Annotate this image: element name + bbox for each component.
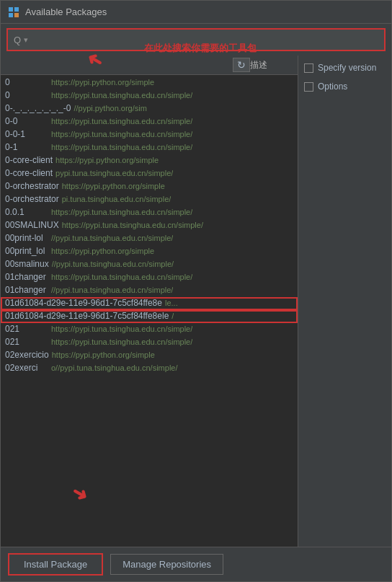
package-url: https://pypi.tuna.tsinghua.edu.cn/simple… [51, 117, 192, 125]
table-row[interactable]: 00print-lol//pypi.tuna.tsinghua.edu.cn/s… [1, 232, 298, 245]
package-name: 00smalinux [5, 259, 49, 269]
options-item[interactable]: Options [298, 77, 391, 96]
sidebar: Specify version Options [298, 56, 391, 547]
package-name: 0 [5, 77, 48, 87]
package-url: //pypi.python.org/sim [74, 104, 147, 113]
package-name: 0-._._._._._._._-0 [5, 103, 71, 113]
package-name: 0.0.1 [5, 207, 48, 217]
package-url: https://pypi.tuna.tsinghua.edu.cn/simple… [51, 143, 192, 151]
package-url: o//pypi.tuna.tsinghua.edu.cn/simple/ [51, 363, 178, 372]
table-row[interactable]: 0-orchestratorhttps://pypi.python.org/si… [1, 180, 298, 193]
package-name: 021 [5, 324, 48, 334]
package-url: / [172, 312, 174, 320]
table-row[interactable]: 021https://pypi.tuna.tsinghua.edu.cn/sim… [1, 323, 298, 336]
package-url: https://pypi.python.org/simple [55, 156, 159, 164]
table-row[interactable]: 0https://pypi.tuna.tsinghua.edu.cn/simpl… [1, 89, 298, 102]
install-package-button[interactable]: Install Package [8, 553, 103, 576]
table-row[interactable]: 0.0.1https://pypi.tuna.tsinghua.edu.cn/s… [1, 206, 298, 219]
app-icon [8, 6, 19, 18]
column-header: ↻ 描述 [1, 56, 298, 75]
package-url: https://pypi.tuna.tsinghua.edu.cn/simple… [51, 91, 192, 100]
table-row[interactable]: 0-0-1https://pypi.tuna.tsinghua.edu.cn/s… [1, 128, 298, 141]
package-url: https://pypi.tuna.tsinghua.edu.cn/simple… [62, 221, 203, 229]
package-url: https://pypi.python.org/simple [51, 78, 154, 87]
table-row[interactable]: 0https://pypi.python.org/simple [1, 76, 298, 89]
table-row[interactable]: 01d61084-d29e-11e9-96d1-7c5cf84ffe8ele..… [1, 297, 298, 310]
package-name: 02exerci [5, 363, 48, 373]
package-list[interactable]: 0https://pypi.python.org/simple0https://… [1, 75, 298, 547]
package-url: le... [165, 299, 178, 307]
refresh-button[interactable]: ↻ [233, 58, 250, 72]
bottom-bar: Install Package Manage Repositories [1, 547, 391, 581]
package-url: pypi.tuna.tsinghua.edu.cn/simple/ [55, 169, 173, 177]
table-row[interactable]: 0-core-clienthttps://pypi.python.org/sim… [1, 154, 298, 167]
table-row[interactable]: 0-._._._._._._._-0//pypi.python.org/sim [1, 102, 298, 115]
package-url: https://pypi.tuna.tsinghua.edu.cn/simple… [51, 325, 192, 333]
table-row[interactable]: 0-0https://pypi.tuna.tsinghua.edu.cn/sim… [1, 115, 298, 128]
table-row[interactable]: 00SMALINUXhttps://pypi.tuna.tsinghua.edu… [1, 219, 298, 232]
svg-rect-0 [9, 7, 13, 12]
options-checkbox[interactable] [304, 82, 313, 92]
specify-version-checkbox[interactable] [304, 63, 313, 73]
svg-rect-3 [14, 13, 19, 17]
package-url: //pypi.tuna.tsinghua.edu.cn/simple/ [52, 260, 174, 268]
specify-version-label: Specify version [318, 63, 376, 73]
search-container: Q ▾ [6, 28, 386, 51]
svg-rect-2 [9, 13, 13, 17]
package-url: //pypi.tuna.tsinghua.edu.cn/simple/ [51, 234, 173, 242]
table-row[interactable]: 02exercio//pypi.tuna.tsinghua.edu.cn/sim… [1, 362, 298, 375]
package-name: 01changer [5, 272, 48, 282]
package-name: 01d61084-d29e-11e9-96d1-7c5cf84ffe8e [5, 298, 162, 308]
table-row[interactable]: 01changerhttps://pypi.tuna.tsinghua.edu.… [1, 271, 298, 284]
list-container: ↻ 描述 0https://pypi.python.org/simple0htt… [1, 56, 298, 547]
search-input-row[interactable]: Q ▾ [8, 30, 384, 50]
package-name: 0-0-1 [5, 129, 48, 139]
package-name: 00print_lol [5, 246, 48, 256]
main-content: ↻ 描述 0https://pypi.python.org/simple0htt… [1, 56, 391, 547]
package-url: https://pypi.tuna.tsinghua.edu.cn/simple… [51, 273, 192, 281]
package-url: https://pypi.tuna.tsinghua.edu.cn/simple… [51, 130, 192, 138]
table-row[interactable]: 00smalinux//pypi.tuna.tsinghua.edu.cn/si… [1, 258, 298, 271]
package-url: pi.tuna.tsinghua.edu.cn/simple/ [62, 195, 172, 203]
package-name: 02exercicio [5, 350, 49, 360]
package-url: //pypi.tuna.tsinghua.edu.cn/simple/ [51, 286, 173, 294]
package-url: https://pypi.python.org/simple [51, 247, 154, 255]
table-row[interactable]: 0-1https://pypi.tuna.tsinghua.edu.cn/sim… [1, 141, 298, 154]
search-icon: Q [14, 35, 21, 45]
package-name: 01changer [5, 285, 48, 295]
package-name: 00SMALINUX [5, 220, 59, 230]
package-name: 0 [5, 90, 48, 100]
table-row[interactable]: 00print_lolhttps://pypi.python.org/simpl… [1, 245, 298, 258]
package-name: 0-core-client [5, 155, 53, 165]
specify-version-item[interactable]: Specify version [298, 58, 391, 77]
package-name: 0-1 [5, 142, 48, 152]
package-name: 0-core-client [5, 168, 53, 178]
package-name: 0-0 [5, 116, 48, 126]
table-row[interactable]: 0-core-clientpypi.tuna.tsinghua.edu.cn/s… [1, 167, 298, 180]
package-name: 021 [5, 337, 48, 347]
table-row[interactable]: 02exerciciohttps://pypi.python.org/simpl… [1, 349, 298, 362]
refresh-icon: ↻ [237, 59, 246, 71]
titlebar: Available Packages [1, 1, 391, 24]
package-name: 0-orchestrator [5, 194, 59, 204]
package-url: https://pypi.python.org/simple [52, 350, 155, 359]
package-name: 0-orchestrator [5, 181, 59, 191]
svg-rect-1 [14, 7, 19, 12]
manage-repositories-button[interactable]: Manage Repositories [110, 554, 223, 575]
table-row[interactable]: 01changer//pypi.tuna.tsinghua.edu.cn/sim… [1, 284, 298, 297]
package-name: 01d61084-d29e-11e9-96d1-7c5cf84ffe8ele [5, 311, 169, 321]
package-url: https://pypi.python.org/simple [62, 182, 165, 190]
table-row[interactable]: 021https://pypi.tuna.tsinghua.edu.cn/sim… [1, 336, 298, 349]
table-row[interactable]: 01d61084-d29e-11e9-96d1-7c5cf84ffe8ele/ [1, 310, 298, 323]
window-title: Available Packages [25, 6, 107, 17]
options-label: Options [318, 81, 347, 92]
col-desc-header: 描述 [250, 59, 293, 71]
package-url: https://pypi.tuna.tsinghua.edu.cn/simple… [51, 338, 192, 346]
table-row[interactable]: 0-orchestratorpi.tuna.tsinghua.edu.cn/si… [1, 193, 298, 206]
search-dropdown-arrow: ▾ [24, 35, 28, 45]
package-url: https://pypi.tuna.tsinghua.edu.cn/simple… [51, 208, 192, 216]
package-name: 00print-lol [5, 233, 48, 243]
available-packages-window: Available Packages Q ▾ ↻ 描述 0https://pyp… [0, 0, 392, 582]
